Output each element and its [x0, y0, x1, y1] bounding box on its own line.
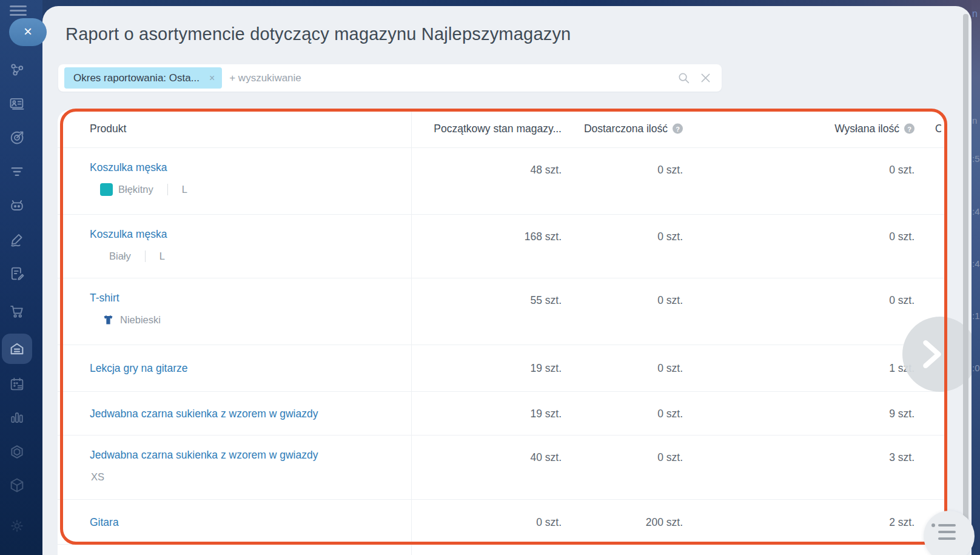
product-link[interactable]: Jedwabna czarna sukienka z wzorem w gwia…	[90, 406, 318, 421]
document-edit-icon	[8, 265, 25, 282]
hamburger-icon	[10, 5, 27, 7]
report-modal: Raport o asortymencie dotyczący magazynu…	[42, 6, 972, 555]
product-link[interactable]: Koszulka męska	[90, 227, 167, 241]
table-row: Jedwabna czarna sukienka z wzorem w gwia…	[58, 435, 945, 499]
chip-remove-icon[interactable]: ×	[209, 73, 215, 83]
variant-info: Biały L	[109, 249, 167, 263]
calendar-icon	[8, 375, 25, 392]
variant-info: XS	[91, 470, 318, 483]
variant-color: Biały	[109, 251, 131, 262]
column-header-product: Produkt	[90, 123, 126, 135]
background-text-fragment: :1	[972, 311, 980, 321]
report-table: Produkt Początkowy stan magazy... Dostar…	[58, 110, 945, 555]
clear-search-icon[interactable]	[699, 72, 712, 84]
next-page-button[interactable]	[902, 317, 972, 392]
vertical-scrollbar[interactable]	[963, 14, 968, 550]
background-text-fragment: :4	[972, 206, 980, 217]
variant-color: Niebieski	[120, 314, 161, 326]
delivered-value: 0 szt.	[657, 450, 683, 465]
initial-stock-value: 19 szt.	[530, 406, 562, 421]
variant-color: Błękitny	[118, 184, 153, 195]
menu-button[interactable]	[10, 5, 27, 18]
gear-icon	[8, 517, 25, 534]
sidebar-item-analytics[interactable]	[5, 405, 29, 429]
bar-chart-icon	[8, 409, 25, 426]
help-icon[interactable]: ?	[673, 124, 683, 134]
table-row: T-shirt Niebieski 55 szt. 0 szt. 0 szt.	[58, 278, 945, 345]
sidebar-item-integrations[interactable]	[5, 440, 29, 464]
product-link[interactable]: T-shirt	[90, 291, 119, 305]
delivered-value: 200 szt.	[646, 515, 683, 530]
sidebar-item-calendar[interactable]	[5, 372, 29, 396]
search-input[interactable]: Okres raportowania: Osta... × + wyszukiw…	[58, 64, 722, 92]
sent-value: 2 szt.	[889, 515, 915, 530]
variant-separator	[167, 184, 168, 195]
filter-chip[interactable]: Okres raportowania: Osta... ×	[64, 67, 222, 89]
sidebar-item-contacts[interactable]	[5, 92, 29, 116]
background-text-fragment: :5	[972, 153, 980, 164]
initial-stock-value: 40 szt.	[530, 450, 562, 465]
product-link[interactable]: Gitara	[90, 515, 119, 530]
product-link[interactable]: Lekcja gry na gitarze	[90, 361, 187, 375]
sidebar-item-signature[interactable]	[5, 227, 29, 252]
background-text-fragment: :4	[972, 258, 980, 269]
background-page-strip: n n :5 :4 :4 :1 :0	[972, 0, 980, 555]
filter-chip-label: Okres raportowania: Osta...	[73, 72, 200, 84]
product-link[interactable]: Jedwabna czarna sukienka z wzorem w gwia…	[90, 448, 318, 462]
color-swatch	[100, 183, 113, 196]
sidebar-item-warehouse[interactable]	[5, 337, 29, 361]
funnel-filter-icon	[8, 163, 25, 180]
sidebar-item-bots[interactable]	[5, 193, 29, 218]
pen-signature-icon	[8, 231, 25, 248]
sidebar-item-products[interactable]	[5, 473, 29, 497]
variant-separator	[145, 251, 146, 262]
sent-value: 9 szt.	[889, 406, 915, 421]
warehouse-icon	[8, 340, 25, 357]
variant-size: XS	[91, 471, 104, 483]
sidebar-item-documents[interactable]	[5, 261, 29, 286]
page-title: Raport o asortymencie dotyczący magazynu…	[65, 24, 571, 44]
initial-stock-value: 19 szt.	[530, 361, 562, 375]
table-row: Gitara 0 szt. 200 szt. 2 szt.	[58, 499, 945, 544]
contact-card-icon	[8, 95, 25, 112]
sidebar-item-goals[interactable]	[5, 126, 29, 150]
package-icon	[8, 477, 25, 494]
next-row-partial	[58, 544, 945, 555]
close-icon: ×	[24, 24, 32, 39]
screen: × Raport o asortymencie dotyczący magazy…	[0, 0, 980, 555]
robot-icon	[8, 197, 25, 214]
column-header-sent: Wysłana ilość ?	[834, 123, 915, 135]
share-network-icon	[8, 61, 25, 78]
column-header-clipped: O	[935, 123, 941, 135]
sent-value: 3 szt.	[889, 450, 915, 465]
target-goal-icon	[8, 129, 25, 146]
table-row: Lekcja gry na gitarze 19 szt. 0 szt. 1 s…	[58, 345, 945, 391]
table-row: Jedwabna czarna sukienka z wzorem w gwia…	[58, 391, 945, 435]
sidebar-item-network[interactable]	[5, 58, 29, 82]
variant-info: Błękitny L	[100, 183, 187, 196]
sidebar-item-settings[interactable]	[5, 514, 29, 538]
tshirt-icon	[102, 314, 115, 326]
delivered-value: 0 szt.	[657, 293, 683, 308]
variant-size: L	[159, 251, 165, 262]
column-header-delivered: Dostarczona ilość ?	[584, 123, 683, 135]
chevron-right-icon	[919, 338, 945, 370]
search-actions	[677, 64, 712, 92]
table-row: Koszulka męska Biały L 168 szt. 0 szt. 0…	[58, 214, 945, 278]
close-modal-button[interactable]: ×	[9, 18, 47, 46]
product-link[interactable]: Koszulka męska	[90, 160, 167, 175]
table-row: Koszulka męska Błękitny L 48 szt. 0 szt.…	[58, 147, 945, 214]
initial-stock-value: 55 szt.	[530, 293, 562, 308]
sidebar-item-funnel[interactable]	[5, 160, 29, 184]
variant-info: Niebieski	[102, 313, 161, 326]
column-header-initial-stock: Początkowy stan magazy...	[434, 123, 562, 135]
shopping-cart-icon	[8, 303, 25, 320]
sidebar-item-orders[interactable]	[5, 299, 29, 323]
initial-stock-value: 168 szt.	[525, 229, 562, 244]
background-text-fragment: :0	[972, 363, 980, 373]
delivered-value: 0 szt.	[657, 163, 683, 177]
search-icon[interactable]	[677, 71, 691, 85]
help-icon[interactable]: ?	[904, 124, 915, 134]
background-text-fragment: n	[972, 115, 977, 126]
background-text-fragment: n	[972, 8, 978, 19]
